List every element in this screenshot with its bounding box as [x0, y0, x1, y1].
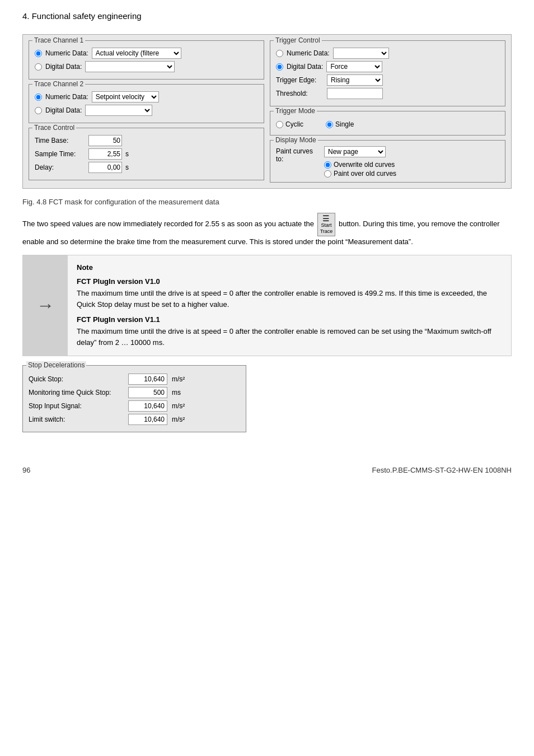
paint-curves-label: Paint curves to:	[276, 146, 321, 163]
delay-input[interactable]	[88, 162, 122, 173]
overwrite-radio[interactable]	[324, 161, 331, 169]
note-subtitle-v10: FCT PlugIn version V1.0	[77, 277, 502, 286]
trigger-edge-row: Trigger Edge: Rising	[276, 74, 499, 86]
quick-stop-unit: m/s²	[172, 375, 185, 383]
threshold-input[interactable]	[327, 88, 383, 99]
note-text-v11: The maximum time until the drive is at s…	[77, 326, 502, 348]
trigger-control-title: Trigger Control	[274, 36, 322, 44]
single-label: Single	[335, 120, 354, 128]
tc2-digital-select[interactable]	[85, 105, 152, 116]
time-base-input[interactable]	[88, 135, 122, 146]
overwrite-label: Overwrite old curves	[334, 161, 395, 169]
limit-switch-unit: m/s²	[172, 416, 185, 423]
tc-digital-row: Digital Data: Force	[276, 61, 499, 72]
time-base-row: Time Base:	[35, 135, 258, 146]
tc2-numeric-label: Numeric Data:	[45, 93, 88, 101]
monitoring-unit: ms	[172, 389, 181, 396]
trigger-mode-title: Trigger Mode	[274, 107, 317, 115]
time-base-label: Time Base:	[35, 137, 85, 144]
threshold-row: Threshold:	[276, 88, 499, 99]
trigger-mode-group: Trigger Mode Cyclic Single	[270, 111, 505, 136]
fct-left-column: Trace Channel 1 Numeric Data: Actual vel…	[29, 40, 264, 183]
tc-digital-select[interactable]: Force	[326, 61, 382, 72]
single-radio[interactable]	[326, 121, 333, 128]
stop-input-label: Stop Input Signal:	[29, 402, 124, 410]
paint-options: New page Overwrite old curves Paint over…	[324, 146, 396, 178]
tc1-digital-radio[interactable]	[35, 63, 42, 71]
trigger-mode-options: Cyclic Single	[276, 118, 499, 130]
page-footer: 96 Festo.P.BE-CMMS-ST-G2-HW-EN 1008NH	[22, 466, 512, 474]
display-mode-group: Display Mode Paint curves to: New page O…	[270, 140, 505, 183]
tc-numeric-select[interactable]	[333, 48, 389, 59]
limit-switch-label: Limit switch:	[29, 416, 124, 423]
paint-over-radio[interactable]	[324, 170, 331, 178]
trace-channel-2-title: Trace Channel 2	[32, 80, 85, 88]
page-heading: 4. Functional safety engineering	[22, 11, 512, 21]
trigger-edge-select[interactable]: Rising	[327, 74, 383, 86]
page-number: 96	[22, 466, 30, 474]
fct-right-column: Trigger Control Numeric Data: Digital Da…	[270, 40, 505, 183]
trace-control-title: Trace Control	[32, 124, 76, 132]
tc1-digital-row: Digital Data:	[35, 61, 258, 72]
sample-time-input[interactable]	[88, 148, 122, 160]
cyclic-radio[interactable]	[276, 121, 283, 128]
note-text-v10: The maximum time until the drive is at s…	[77, 288, 502, 310]
stop-input-input[interactable]	[128, 400, 167, 412]
delay-unit: s	[125, 164, 129, 171]
limit-switch-row: Limit switch: m/s²	[29, 414, 240, 425]
fct-dialog: Trace Channel 1 Numeric Data: Actual vel…	[22, 34, 512, 189]
trace-channel-1-title: Trace Channel 1	[32, 36, 85, 44]
note-container: → Note FCT PlugIn version V1.0 The maxim…	[22, 255, 512, 356]
quick-stop-input[interactable]	[128, 374, 167, 385]
footer-text: Festo.P.BE-CMMS-ST-G2-HW-EN 1008NH	[372, 466, 512, 474]
stop-input-row: Stop Input Signal: m/s²	[29, 400, 240, 412]
start-trace-button[interactable]: ☰ StartTrace	[317, 213, 336, 236]
stop-decelerations-title: Stop Decelerations	[26, 361, 86, 369]
tc1-numeric-select[interactable]: Actual velocity (filtere	[92, 48, 181, 59]
note-arrow-icon: →	[23, 255, 68, 356]
tc2-numeric-select[interactable]: Setpoint velocity	[92, 91, 159, 102]
stop-input-unit: m/s²	[172, 402, 185, 410]
tc1-numeric-row: Numeric Data: Actual velocity (filtere	[35, 48, 258, 59]
start-trace-label: StartTrace	[320, 222, 333, 235]
tc1-digital-select[interactable]	[85, 61, 175, 72]
tc2-numeric-row: Numeric Data: Setpoint velocity	[35, 91, 258, 102]
monitoring-label: Monitoring time Quick Stop:	[29, 389, 124, 396]
threshold-label: Threshold:	[276, 90, 324, 97]
paint-curves-select[interactable]: New page	[324, 146, 386, 157]
tc-numeric-radio[interactable]	[276, 50, 283, 57]
trace-control-group: Trace Control Time Base: Sample Time: s …	[29, 128, 264, 180]
trace-channel-1-group: Trace Channel 1 Numeric Data: Actual vel…	[29, 40, 264, 80]
note-subtitle-v11: FCT PlugIn version V1.1	[77, 315, 502, 324]
display-mode-title: Display Mode	[274, 136, 318, 144]
start-trace-icon: ☰	[322, 214, 330, 222]
paint-over-label: Paint over old curves	[334, 170, 396, 178]
limit-switch-input[interactable]	[128, 414, 167, 425]
tc2-digital-row: Digital Data:	[35, 105, 258, 116]
figure-caption: Fig. 4.8 FCT mask for configuration of t…	[22, 198, 512, 206]
tc-digital-label: Digital Data:	[287, 63, 323, 71]
tc2-numeric-radio[interactable]	[35, 94, 42, 101]
cyclic-label: Cyclic	[285, 120, 303, 128]
stop-decelerations-content: Quick Stop: m/s² Monitoring time Quick S…	[29, 374, 240, 425]
monitoring-input[interactable]	[128, 387, 167, 398]
quick-stop-label: Quick Stop:	[29, 375, 124, 383]
tc-numeric-row: Numeric Data:	[276, 48, 499, 59]
note-title: Note	[77, 263, 502, 272]
tc1-digital-label: Digital Data:	[45, 63, 82, 71]
tc2-digital-radio[interactable]	[35, 107, 42, 114]
tc1-numeric-radio[interactable]	[35, 50, 42, 57]
delay-row: Delay: s	[35, 162, 258, 173]
trigger-control-group: Trigger Control Numeric Data: Digital Da…	[270, 40, 505, 106]
overwrite-option: Overwrite old curves	[324, 161, 396, 169]
stop-decelerations-group: Stop Decelerations Quick Stop: m/s² Moni…	[22, 365, 246, 432]
tc-digital-radio[interactable]	[276, 63, 283, 71]
single-option: Single	[326, 120, 354, 128]
cyclic-option: Cyclic	[276, 120, 303, 128]
tc1-numeric-label: Numeric Data:	[45, 49, 88, 57]
quick-stop-row: Quick Stop: m/s²	[29, 374, 240, 385]
body-text-1: The two speed values are now immediately…	[22, 213, 512, 247]
body-text-1-span: The two speed values are now immediately…	[22, 220, 314, 228]
sample-time-unit: s	[125, 150, 129, 158]
delay-label: Delay:	[35, 164, 85, 171]
